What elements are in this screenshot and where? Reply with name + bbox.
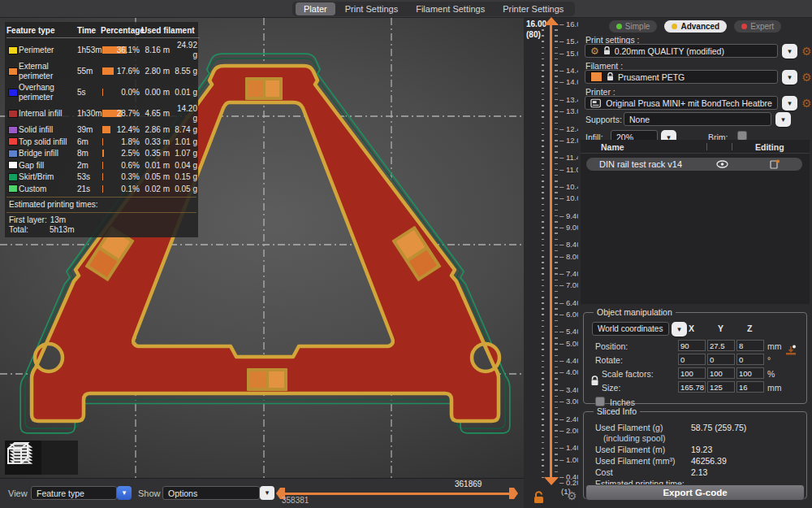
object-row[interactable]: DIN rail test rack v14	[586, 158, 802, 171]
tab-filament-settings[interactable]: Filament Settings	[408, 2, 493, 15]
move-slider-track[interactable]	[284, 493, 510, 495]
object-list: Name Editing DIN rail test rack v14	[581, 140, 810, 304]
legend-time: 2m	[77, 160, 101, 172]
legend-percentage-value: 17.6%	[117, 67, 140, 76]
manip-field-position-y[interactable]: 27.5	[707, 340, 735, 351]
sliced-info-row: Cost2.13	[595, 467, 800, 477]
plater-3d-viewport[interactable]: Feature type Time Percentage Used filame…	[0, 18, 524, 478]
legend-time: 5s	[77, 87, 101, 98]
legend-percentage-cell: 0.6%	[101, 161, 141, 170]
legend-swatch	[8, 126, 18, 134]
manip-row-label: Scale factors:	[602, 369, 654, 379]
layer-slider-track[interactable]	[550, 24, 552, 484]
filament-gear-button[interactable]: ⚙	[801, 72, 812, 83]
legend-feature-name: Custom	[19, 184, 77, 195]
mode-button-expert[interactable]: Expert	[734, 20, 781, 33]
legend-separator	[6, 212, 197, 213]
legend-length: 0.33 m	[141, 137, 172, 148]
layer-minor-ticks-right	[555, 24, 558, 483]
legend-percentage-bar	[102, 138, 103, 145]
legend-swatch	[8, 67, 18, 76]
scale-lock-icon[interactable]	[590, 376, 599, 386]
eye-visibility-icon[interactable]	[716, 160, 728, 168]
legend-percentage-value: 0.1%	[121, 185, 140, 193]
layer-slider-lower-thumb[interactable]	[544, 477, 559, 485]
layer-slider-upper-thumb[interactable]	[544, 17, 559, 25]
legend-swatch	[8, 185, 18, 193]
manip-field-scalefactors-z[interactable]: 100	[736, 367, 764, 379]
chevron-down-icon: ▾	[788, 100, 792, 107]
legend-percentage-value: 0.0%	[121, 88, 140, 97]
legend-length: 0.02 m	[141, 184, 172, 195]
mode-button-simple[interactable]: Simple	[609, 20, 658, 33]
printer-chevron-button[interactable]: ▾	[782, 96, 797, 111]
drop-to-bed-icon[interactable]	[785, 345, 797, 356]
printer-gear-button[interactable]: ⚙	[801, 98, 812, 109]
manip-field-position-x[interactable]: 90	[678, 340, 706, 351]
print-settings-gear-button[interactable]: ⚙	[801, 46, 812, 57]
infill-pad-bottom	[247, 368, 287, 391]
tab-print-settings[interactable]: Print Settings	[337, 2, 406, 15]
legend-feature-name: Perimeter	[19, 45, 77, 56]
object-manipulation-panel: Object manipulation World coordinates ▾ …	[583, 307, 807, 404]
filament-dropdown[interactable]: Prusament PETG	[585, 70, 778, 84]
legend-feature-name: Internal infill	[19, 108, 77, 119]
export-gcode-button[interactable]: Export G-code	[585, 484, 805, 501]
layer-range-unlock-icon[interactable]	[533, 491, 545, 504]
legend-percentage-value: 0.3%	[121, 172, 140, 181]
supports-chevron-button[interactable]: ▾	[775, 112, 791, 127]
view-type-dropdown[interactable]: Feature type	[31, 486, 117, 500]
manip-field-size-z[interactable]: 16	[736, 381, 764, 393]
move-slider-right-handle[interactable]	[509, 488, 518, 499]
filament-chevron-button[interactable]: ▾	[782, 70, 797, 85]
top-tab-bar: PlaterPrint SettingsFilament SettingsPri…	[0, 0, 812, 18]
manip-field-size-y[interactable]: 125	[707, 381, 735, 393]
legend-percentage-value: 28.7%	[117, 109, 140, 118]
manip-field-size-x[interactable]: 165.78	[678, 381, 706, 393]
sliced-info-sublabel: (including spool)	[595, 433, 665, 443]
legend-header-feature: Feature type	[6, 24, 77, 38]
manip-field-rotate-x[interactable]: 0	[678, 354, 706, 365]
sliced-info-label: Used Filament (mm³)	[595, 456, 676, 466]
chevron-down-icon: ▾	[781, 116, 785, 124]
legend-percentage-bar	[102, 185, 103, 193]
chevron-down-icon: ▾	[788, 48, 792, 55]
total-label: Total:	[9, 225, 28, 234]
legend-weight: 0.05 g	[172, 184, 200, 195]
print-settings-chevron-button[interactable]: ▾	[782, 44, 797, 59]
print-settings-value: 0.20mm QUALITY (modified)	[615, 46, 724, 56]
legend-length: 0.00 m	[141, 87, 172, 98]
mode-button-advanced[interactable]: Advanced	[664, 20, 727, 33]
legend-swatch	[8, 137, 18, 145]
tab-plater[interactable]: Plater	[296, 2, 335, 15]
coordinates-chevron-button[interactable]: ▾	[672, 322, 687, 336]
edit-object-icon[interactable]	[770, 159, 780, 169]
manip-field-scalefactors-y[interactable]: 100	[707, 367, 735, 379]
chevron-down-icon: ▾	[677, 326, 681, 333]
supports-dropdown[interactable]: None	[624, 112, 771, 126]
view-type-chevron-button[interactable]: ▾	[117, 486, 132, 500]
sliced-info-title: Sliced Info	[594, 406, 640, 416]
printer-dropdown[interactable]: Original Prusa MINI+ mit BondTech Heatbr…	[585, 96, 778, 110]
manip-field-rotate-y[interactable]: 0	[707, 354, 735, 365]
layer-slider-strip: 16.00 (80) (1) ⚙ – 16.00– 15.40– 15.00– …	[524, 18, 578, 508]
mode-label: Simple	[625, 22, 650, 31]
show-options-dropdown[interactable]: Options	[162, 486, 260, 500]
legend-time: 8m	[77, 148, 101, 159]
inches-checkbox[interactable]	[595, 397, 605, 406]
slider-settings-gear-icon[interactable]: ⚙	[567, 490, 577, 501]
legend-percentage-value: 2.5%	[121, 149, 140, 158]
coordinates-dropdown[interactable]: World coordinates	[592, 322, 669, 336]
manip-field-scalefactors-x[interactable]: 100	[678, 367, 706, 379]
preview-bottom-bar: View Feature type ▾ Show Options ▾ 36186…	[0, 478, 524, 508]
legend-separator	[6, 197, 197, 198]
legend-header-time: Time	[77, 24, 101, 38]
manip-field-rotate-z[interactable]: 0	[736, 354, 764, 365]
printer-value: Original Prusa MINI+ mit BondTech Heatbr…	[606, 98, 772, 108]
legend-percentage-bar	[102, 67, 114, 75]
print-settings-dropdown[interactable]: ⚙ 0.20mm QUALITY (modified)	[585, 44, 778, 58]
view-layers-button[interactable]	[41, 441, 78, 475]
manip-field-position-z[interactable]: 8	[736, 340, 764, 351]
show-options-chevron-button[interactable]: ▾	[260, 486, 274, 500]
tab-printer-settings[interactable]: Printer Settings	[495, 2, 572, 15]
